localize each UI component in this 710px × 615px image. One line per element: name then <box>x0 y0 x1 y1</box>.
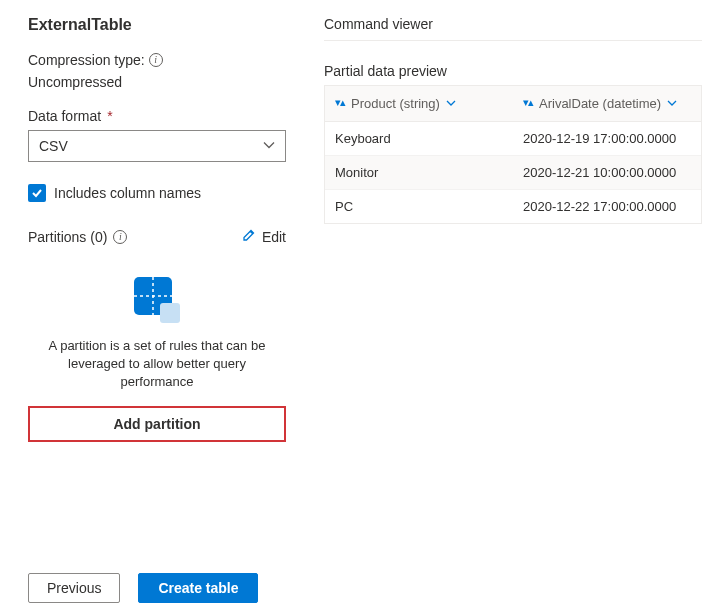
chevron-down-icon <box>446 96 456 111</box>
required-mark: * <box>107 108 112 124</box>
table-row: Monitor 2020-12-21 10:00:00.0000 <box>325 156 701 190</box>
pencil-icon <box>242 228 256 245</box>
add-partition-button[interactable]: Add partition <box>32 410 282 438</box>
cell-product: Keyboard <box>325 122 513 155</box>
partitions-label: Partitions (0) <box>28 229 107 245</box>
partitions-header: Partitions (0) i Edit <box>28 228 286 245</box>
dataformat-label: Data format* <box>28 108 286 124</box>
table-header: ▾▴ Product (string) ▾▴ ArivalDate (datet… <box>325 86 701 122</box>
column-header-product[interactable]: ▾▴ Product (string) <box>325 86 513 121</box>
info-icon[interactable]: i <box>149 53 163 67</box>
add-partition-highlight: Add partition <box>28 406 286 442</box>
chevron-down-icon <box>667 96 677 111</box>
cell-date: 2020-12-22 17:00:00.0000 <box>513 190 701 223</box>
compression-label: Compression type: i <box>28 52 286 68</box>
svg-rect-3 <box>160 303 180 323</box>
command-viewer-label: Command viewer <box>324 16 702 32</box>
partition-illustration <box>28 273 286 327</box>
cell-date: 2020-12-19 17:00:00.0000 <box>513 122 701 155</box>
cell-product: Monitor <box>325 156 513 189</box>
footer: Previous Create table <box>28 573 286 603</box>
column-name: ArivalDate (datetime) <box>539 96 661 111</box>
includes-columns-row[interactable]: Includes column names <box>28 184 286 202</box>
cell-product: PC <box>325 190 513 223</box>
checkbox-checked-icon[interactable] <box>28 184 46 202</box>
dataformat-select[interactable]: CSV <box>28 130 286 162</box>
compression-value: Uncompressed <box>28 74 286 90</box>
preview-table: ▾▴ Product (string) ▾▴ ArivalDate (datet… <box>324 85 702 224</box>
cell-date: 2020-12-21 10:00:00.0000 <box>513 156 701 189</box>
dataformat-value: CSV <box>39 138 68 154</box>
previous-button[interactable]: Previous <box>28 573 120 603</box>
includes-columns-label: Includes column names <box>54 185 201 201</box>
chevron-down-icon <box>263 138 275 154</box>
preview-label: Partial data preview <box>324 63 702 79</box>
page-title: ExternalTable <box>28 16 286 34</box>
divider <box>324 40 702 41</box>
table-row: PC 2020-12-22 17:00:00.0000 <box>325 190 701 223</box>
table-row: Keyboard 2020-12-19 17:00:00.0000 <box>325 122 701 156</box>
info-icon[interactable]: i <box>113 230 127 244</box>
filter-icon: ▾▴ <box>523 96 533 109</box>
edit-partitions-link[interactable]: Edit <box>242 228 286 245</box>
right-panel: Command viewer Partial data preview ▾▴ P… <box>312 0 710 615</box>
filter-icon: ▾▴ <box>335 96 345 109</box>
create-table-button[interactable]: Create table <box>138 573 258 603</box>
left-panel: ExternalTable Compression type: i Uncomp… <box>0 0 312 615</box>
partition-description: A partition is a set of rules that can b… <box>28 337 286 392</box>
column-name: Product (string) <box>351 96 440 111</box>
column-header-arivaldate[interactable]: ▾▴ ArivalDate (datetime) <box>513 86 701 121</box>
